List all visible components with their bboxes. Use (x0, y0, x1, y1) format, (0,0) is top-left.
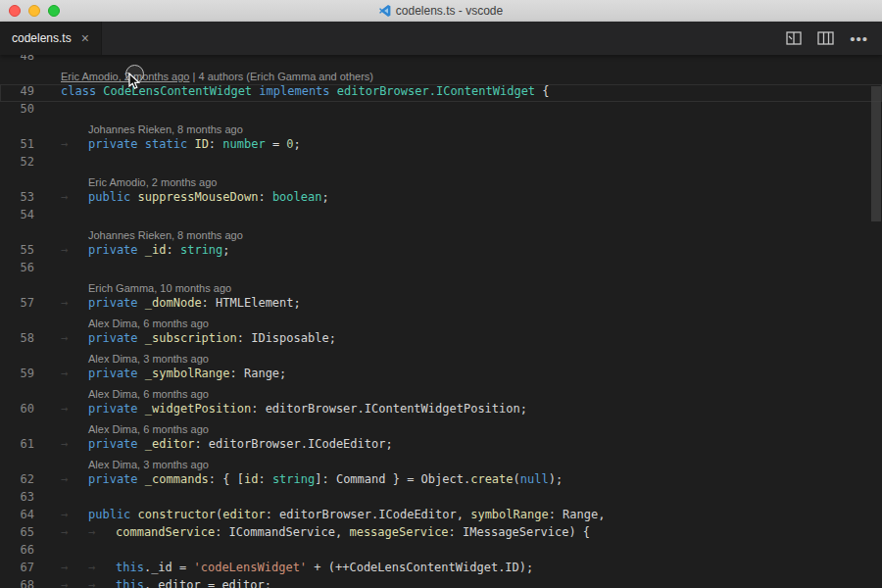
codelens-row[interactable]: Erich Gamma, 10 months ago (0, 278, 882, 296)
code-line[interactable]: 66 (0, 543, 882, 561)
zoom-window-button[interactable] (48, 5, 60, 17)
codelens-row[interactable]: Alex Dima, 6 months ago (0, 384, 882, 402)
code-token: : editorBrowser.IContentWidgetPosition; (251, 402, 527, 416)
tab-whitespace-arrow-icon: → (61, 437, 88, 451)
code-content[interactable]: →private static ID: number = 0; (45, 137, 301, 155)
toggle-layout-icon[interactable] (817, 31, 834, 45)
code-token: _editor (145, 437, 195, 451)
vscode-window: codelens.ts - vscode codelens.ts × (0, 0, 882, 588)
code-content[interactable]: →private _widgetPosition: editorBrowser.… (45, 402, 527, 419)
close-tab-icon[interactable]: × (81, 31, 89, 45)
tab-codelens-ts[interactable]: codelens.ts × (0, 22, 102, 55)
code-content[interactable] (45, 102, 61, 120)
codelens-link[interactable]: Alex Dima, 3 months ago (88, 459, 209, 470)
code-token: private (88, 331, 138, 345)
codelens-link[interactable]: Alex Dima, 6 months ago (88, 388, 209, 400)
code-line[interactable]: 52 (0, 155, 882, 172)
code-line[interactable]: 62→private _commands: { [id: string]: Co… (0, 472, 882, 490)
line-number: 65 (0, 525, 45, 543)
code-line[interactable]: 56 (0, 261, 882, 278)
codelens-row[interactable]: Alex Dima, 3 months ago (0, 349, 882, 367)
codelens-content: Johannes Rieken, 8 months ago (45, 225, 243, 243)
code-line[interactable]: 59→private _symbolRange: Range; (0, 367, 882, 384)
code-line[interactable]: 55→private _id: string; (0, 243, 882, 261)
code-token: this (116, 561, 144, 574)
more-actions-icon[interactable]: ••• (850, 30, 868, 47)
code-content[interactable] (45, 208, 61, 225)
codelens-link[interactable]: Alex Dima, 6 months ago (88, 318, 209, 329)
code-line[interactable]: 51→private static ID: number = 0; (0, 137, 882, 155)
tab-whitespace-arrow-icon: → (61, 508, 88, 521)
code-line[interactable]: 63 (0, 490, 882, 508)
code-content[interactable] (45, 490, 61, 508)
code-token: string (180, 243, 222, 257)
code-line[interactable]: 57→private _domNode: HTMLElement; (0, 296, 882, 314)
mouse-cursor (128, 73, 142, 94)
code-content[interactable]: →→this._editor = editor; (45, 578, 271, 588)
code-content[interactable]: →private _subscription: IDisposable; (45, 331, 336, 349)
code-token: implements (259, 84, 329, 98)
code-content[interactable] (45, 55, 61, 67)
code-token: ; (222, 243, 229, 257)
code-content[interactable] (45, 155, 61, 172)
editor[interactable]: 48Eric Amodio, 2 months ago | 4 authors … (0, 55, 882, 588)
code-line[interactable]: 61→private _editor: editorBrowser.ICodeE… (0, 437, 882, 455)
code-content[interactable] (45, 261, 61, 278)
codelens-link[interactable]: Erich Gamma, 10 months ago (88, 282, 231, 294)
code-content[interactable]: →→commandService: ICommandService, messa… (45, 525, 590, 543)
code-content[interactable]: →private _id: string; (45, 243, 230, 261)
code-token: = (266, 137, 287, 151)
code-token: : (209, 137, 222, 151)
code-content[interactable]: →→this._id = 'codeLensWidget' + (++CodeL… (45, 561, 533, 578)
codelens-row[interactable]: Alex Dima, 3 months ago (0, 455, 882, 472)
codelens-link[interactable]: Eric Amodio, 2 months ago (88, 176, 217, 188)
split-editor-icon[interactable] (786, 31, 802, 45)
code-token: _id (145, 243, 167, 257)
code-line[interactable]: 60→private _widgetPosition: editorBrowse… (0, 402, 882, 419)
code-token: ._id = (144, 561, 194, 574)
codelens-link[interactable]: Johannes Rieken, 8 months ago (88, 229, 243, 241)
code-token (138, 402, 145, 416)
code-line[interactable]: 64→public constructor(editor: editorBrow… (0, 508, 882, 525)
code-token: symbolRange (470, 508, 548, 521)
code-line[interactable]: 67→→this._id = 'codeLensWidget' + (++Cod… (0, 561, 882, 578)
codelens-link[interactable]: Alex Dima, 6 months ago (88, 423, 209, 435)
tab-whitespace-arrow-icon: → (61, 296, 88, 310)
code-content[interactable]: →public constructor(editor: editorBrowse… (45, 508, 605, 525)
vertical-scrollbar-thumb[interactable] (871, 86, 881, 221)
codelens-row[interactable]: Alex Dima, 6 months ago (0, 314, 882, 331)
code-token: editorBrowser.IContentWidget (337, 84, 535, 98)
code-content[interactable]: class CodeLensContentWidget implements e… (45, 84, 550, 102)
minimize-window-button[interactable] (28, 5, 40, 17)
code-token: 'codeLensWidget' (193, 561, 307, 574)
code-content[interactable] (45, 543, 61, 561)
codelens-row[interactable]: Johannes Rieken, 8 months ago (0, 120, 882, 137)
code-line[interactable]: 65→→commandService: ICommandService, mes… (0, 525, 882, 543)
codelens-link[interactable]: Alex Dima, 3 months ago (88, 353, 209, 365)
codelens-link[interactable]: Johannes Rieken, 8 months ago (88, 123, 243, 135)
code-line[interactable]: 50 (0, 102, 882, 120)
code-token: ; (294, 137, 301, 151)
code-content[interactable]: →public suppressMouseDown: boolean; (45, 190, 329, 208)
codelens-row[interactable]: Alex Dima, 6 months ago (0, 419, 882, 437)
line-number: 57 (0, 296, 45, 314)
line-number: 61 (0, 437, 45, 455)
code-line[interactable]: 58→private _subscription: IDisposable; (0, 331, 882, 349)
codelens-row[interactable]: Johannes Rieken, 8 months ago (0, 225, 882, 243)
code-content[interactable]: →private _commands: { [id: string]: Comm… (45, 472, 563, 490)
codelens-row[interactable]: Eric Amodio, 2 months ago (0, 172, 882, 190)
code-content[interactable]: →private _editor: editorBrowser.ICodeEdi… (45, 437, 393, 455)
line-number (0, 67, 45, 84)
code-line[interactable]: 68→→this._editor = editor; (0, 578, 882, 588)
code-content[interactable]: →private _domNode: HTMLElement; (45, 296, 301, 314)
codelens-link[interactable]: 4 authors (Erich Gamma and others) (198, 71, 373, 82)
line-number: 49 (0, 84, 45, 102)
code-token: private (88, 367, 138, 380)
close-window-button[interactable] (9, 5, 21, 17)
code-token (138, 472, 145, 486)
code-token: ; (321, 190, 328, 204)
code-line[interactable]: 54 (0, 208, 882, 225)
code-line[interactable]: 53→public suppressMouseDown: boolean; (0, 190, 882, 208)
code-content[interactable]: →private _symbolRange: Range; (45, 367, 286, 384)
code-token: : HTMLElement; (202, 296, 301, 310)
